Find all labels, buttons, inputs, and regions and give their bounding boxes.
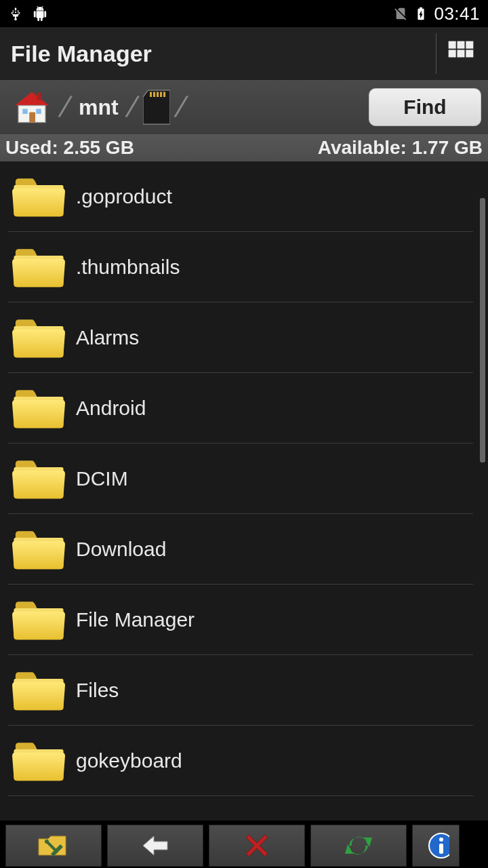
folder-icon [12, 598, 65, 642]
x-icon [241, 832, 273, 859]
delete-button[interactable] [209, 825, 305, 867]
file-item[interactable]: gokeyboard [8, 726, 473, 796]
breadcrumb: / mnt / / Find [0, 80, 488, 134]
folder-icon [12, 669, 65, 712]
folder-icon [12, 316, 65, 359]
path-segment-mnt[interactable]: mnt [75, 95, 123, 120]
svg-rect-2 [466, 41, 473, 49]
home-icon [12, 90, 52, 124]
file-item[interactable]: Download [8, 514, 473, 585]
folder-icon [12, 316, 65, 359]
file-item[interactable]: .goproduct [8, 161, 473, 232]
find-button[interactable]: Find [369, 88, 481, 126]
refresh-button[interactable] [310, 825, 407, 867]
file-name: Alarms [76, 326, 139, 349]
svg-rect-14 [157, 92, 159, 98]
file-list[interactable]: .goproduct .thumbnails Alarms Android DC… [0, 161, 488, 821]
svg-rect-12 [150, 92, 152, 98]
folder-icon [12, 387, 65, 430]
storage-available: Available: 1.77 GB [318, 137, 483, 159]
android-debug-icon [33, 6, 47, 21]
folder-icon [12, 739, 65, 783]
usb-icon [8, 6, 23, 21]
info-icon [422, 832, 449, 859]
file-name: File Manager [76, 608, 195, 631]
storage-info: Used: 2.55 GB Available: 1.77 GB [0, 134, 488, 161]
file-name: DCIM [76, 467, 128, 490]
file-item[interactable]: Alarms [8, 302, 473, 373]
sdcard-icon [143, 90, 170, 125]
tools-button[interactable] [5, 825, 102, 867]
folder-icon [12, 457, 65, 500]
home-button[interactable] [8, 88, 56, 126]
status-bar: 03:41 [0, 0, 488, 27]
svg-rect-9 [22, 109, 28, 115]
storage-used: Used: 2.55 GB [5, 137, 134, 159]
refresh-icon [342, 832, 375, 859]
divider [436, 33, 436, 74]
battery-charging-icon [413, 6, 428, 21]
app-bar: File Manager [0, 27, 488, 80]
folder-icon [12, 598, 65, 642]
path-separator: / [120, 91, 144, 123]
svg-point-17 [45, 840, 49, 844]
file-name: .goproduct [76, 185, 172, 208]
svg-rect-16 [163, 92, 165, 98]
svg-rect-3 [449, 50, 456, 58]
no-sim-icon [393, 6, 408, 21]
back-button[interactable] [107, 825, 203, 867]
svg-rect-4 [458, 50, 465, 58]
grid-icon [446, 39, 476, 68]
file-item[interactable]: .thumbnails [8, 232, 473, 302]
svg-rect-1 [458, 41, 465, 49]
folder-icon [12, 457, 65, 500]
folder-icon [12, 669, 65, 712]
folder-icon [12, 387, 65, 430]
file-item[interactable]: Files [8, 655, 473, 726]
svg-rect-20 [439, 844, 443, 854]
svg-marker-6 [15, 92, 49, 106]
grid-view-button[interactable] [441, 33, 481, 74]
svg-point-19 [439, 837, 443, 842]
scrollbar[interactable] [480, 198, 485, 462]
folder-icon [12, 245, 65, 289]
folder-icon [12, 175, 65, 218]
folder-icon [12, 528, 65, 571]
file-name: .thumbnails [76, 256, 180, 279]
file-name: Download [76, 538, 166, 561]
file-item[interactable]: DCIM [8, 443, 473, 514]
svg-rect-0 [449, 41, 456, 49]
path-separator: / [169, 91, 193, 123]
path-separator: / [53, 91, 77, 123]
file-item[interactable]: File Manager [8, 585, 473, 655]
svg-rect-15 [160, 92, 162, 98]
svg-rect-5 [466, 50, 473, 58]
clock: 03:41 [434, 3, 480, 24]
info-button[interactable] [412, 825, 460, 867]
file-item[interactable]: Android [8, 373, 473, 443]
file-name: Files [76, 679, 119, 702]
sdcard-path-button[interactable] [142, 88, 171, 126]
svg-rect-11 [29, 113, 35, 123]
arrow-left-icon [139, 832, 171, 859]
folder-tools-icon [37, 832, 70, 859]
file-name: Android [76, 397, 146, 420]
svg-rect-10 [36, 109, 41, 115]
folder-icon [12, 528, 65, 571]
file-name: gokeyboard [76, 749, 182, 772]
folder-icon [12, 245, 65, 289]
folder-icon [12, 175, 65, 218]
svg-rect-7 [37, 93, 41, 100]
svg-rect-13 [153, 92, 155, 98]
bottom-toolbar [0, 821, 488, 868]
app-title: File Manager [11, 41, 152, 67]
folder-icon [12, 739, 65, 783]
